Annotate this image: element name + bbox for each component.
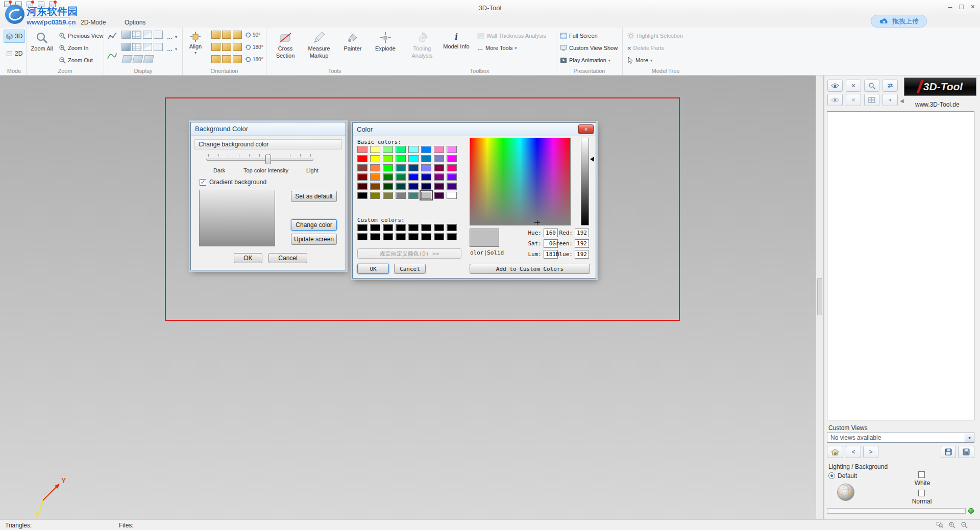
lighting-intensity-slider[interactable] — [827, 508, 966, 514]
model-tree-panel[interactable] — [827, 111, 974, 420]
tab-2d-mode[interactable]: 2D-Mode — [75, 17, 112, 28]
save-view-as-button[interactable] — [958, 446, 974, 458]
color-dialog-close-button[interactable]: × — [578, 124, 594, 134]
white-background-checkbox[interactable] — [918, 471, 925, 478]
mode-3d-button[interactable]: 3D — [4, 30, 25, 43]
basic-color-swatch[interactable] — [357, 173, 368, 181]
normal-lighting-checkbox[interactable] — [918, 490, 925, 496]
orient-view-icon[interactable] — [233, 43, 242, 51]
custom-color-swatch[interactable] — [421, 233, 431, 240]
red-field-input[interactable]: 192 — [575, 229, 589, 237]
display-perspective-icon[interactable] — [132, 55, 143, 63]
display-hidden-line-icon[interactable] — [154, 31, 163, 39]
close-button[interactable]: × — [971, 3, 975, 11]
basic-color-swatch[interactable] — [396, 155, 406, 162]
basic-color-swatch[interactable] — [408, 155, 419, 162]
custom-color-swatch[interactable] — [383, 233, 393, 240]
more-tools-dropdown[interactable]: … More Tools ▾ — [476, 43, 519, 53]
zoom-in-button[interactable]: Zoom In — [57, 43, 90, 53]
bg-cancel-button[interactable]: Cancel — [268, 253, 307, 263]
basic-color-swatch[interactable] — [408, 146, 419, 153]
basic-color-swatch[interactable] — [447, 192, 457, 199]
gradient-background-checkbox[interactable]: ✓ — [200, 179, 206, 186]
basic-color-swatch[interactable] — [434, 192, 444, 199]
background-color-dialog-title[interactable]: Background Color — [191, 122, 346, 136]
default-lighting-radio[interactable] — [828, 472, 835, 479]
previous-view-button[interactable]: Previous View — [57, 31, 105, 41]
tree-swap-button[interactable] — [883, 80, 898, 92]
basic-color-swatch[interactable] — [370, 192, 380, 199]
custom-color-swatch[interactable] — [408, 224, 419, 231]
show-part-button[interactable] — [827, 80, 843, 92]
custom-color-swatch[interactable] — [447, 233, 457, 240]
basic-color-swatch[interactable] — [421, 183, 431, 190]
delete-parts-button[interactable]: × Delete Parts — [626, 43, 666, 53]
zoom-out-status-icon[interactable] — [961, 521, 968, 528]
custom-color-swatch[interactable] — [434, 233, 444, 240]
basic-color-swatch[interactable] — [357, 146, 368, 153]
basic-color-swatch[interactable] — [434, 183, 444, 190]
orient-view-icon[interactable] — [211, 43, 220, 51]
custom-color-swatch[interactable] — [447, 224, 457, 231]
custom-color-swatch[interactable] — [357, 233, 368, 240]
zoom-in-status-icon[interactable] — [948, 521, 955, 528]
rotate-180-button[interactable]: 180° — [245, 44, 263, 50]
basic-color-swatch[interactable] — [421, 164, 431, 171]
panel-splitter[interactable] — [816, 75, 824, 519]
tab-options[interactable]: Options — [118, 17, 152, 28]
basic-color-swatch[interactable] — [447, 164, 457, 171]
basic-color-swatch[interactable] — [408, 192, 419, 199]
model-tree-more-dropdown[interactable]: More ▾ — [626, 55, 654, 65]
hide-part-button[interactable]: × — [846, 80, 861, 92]
zoom-out-button[interactable]: Zoom Out — [57, 55, 94, 65]
basic-color-swatch[interactable] — [383, 183, 393, 190]
maximize-button[interactable]: □ — [959, 3, 963, 11]
highlight-selection-button[interactable]: Highlight Selection — [626, 31, 684, 41]
default-view-button[interactable] — [827, 446, 843, 458]
basic-color-swatch[interactable] — [408, 164, 419, 171]
custom-color-swatch[interactable] — [383, 224, 393, 231]
basic-color-swatch[interactable] — [421, 146, 431, 153]
save-view-button[interactable] — [941, 446, 956, 458]
tree-search-button[interactable] — [864, 80, 879, 92]
basic-color-swatch[interactable] — [447, 173, 457, 181]
custom-color-swatch[interactable] — [396, 233, 406, 240]
orient-view-icon[interactable] — [222, 55, 231, 63]
custom-color-swatch[interactable] — [421, 224, 431, 231]
hide-all-button[interactable]: × — [846, 94, 861, 106]
luminance-bar[interactable] — [581, 138, 589, 225]
basic-color-swatch[interactable] — [383, 173, 393, 181]
basic-color-swatch[interactable] — [370, 183, 380, 190]
color-ok-button[interactable]: OK — [357, 264, 389, 274]
basic-color-swatch[interactable] — [421, 173, 431, 181]
add-to-custom-colors-button[interactable]: Add to Custom Colors — [470, 264, 590, 274]
splitter-handle[interactable] — [817, 278, 822, 315]
basic-color-swatch[interactable] — [370, 164, 380, 171]
tooling-analysis-button[interactable]: Tooling Analysis — [405, 29, 439, 67]
basic-color-swatch[interactable] — [383, 192, 393, 199]
orient-view-icon[interactable] — [222, 31, 231, 39]
model-info-button[interactable]: i Model Info — [441, 29, 472, 67]
display-perspective-icon[interactable] — [143, 55, 154, 63]
zoom-all-button[interactable]: Zoom All — [28, 29, 56, 67]
orient-view-icon[interactable] — [211, 55, 220, 63]
basic-color-swatch[interactable] — [396, 183, 406, 190]
basic-color-swatch[interactable] — [434, 164, 444, 171]
blue-field-input[interactable]: 192 — [575, 250, 589, 259]
basic-color-swatch[interactable] — [434, 155, 444, 162]
bg-ok-button[interactable]: OK — [234, 253, 262, 263]
display-mode-icon[interactable] — [143, 43, 152, 51]
basic-color-swatch[interactable] — [434, 146, 444, 153]
curve-smooth-icon[interactable] — [107, 51, 117, 60]
basic-color-swatch[interactable] — [396, 173, 406, 181]
basic-color-swatch[interactable] — [370, 173, 380, 181]
orient-view-icon[interactable] — [233, 55, 242, 63]
basic-color-swatch[interactable] — [357, 155, 368, 162]
basic-color-swatch[interactable] — [370, 155, 380, 162]
basic-color-swatch[interactable] — [408, 173, 419, 181]
intensity-slider-thumb[interactable] — [265, 155, 271, 164]
explode-button[interactable]: Explode — [370, 29, 401, 67]
painter-button[interactable]: Painter — [337, 29, 369, 67]
next-view-nav-button[interactable]: > — [863, 446, 878, 458]
basic-color-swatch[interactable] — [421, 155, 431, 162]
